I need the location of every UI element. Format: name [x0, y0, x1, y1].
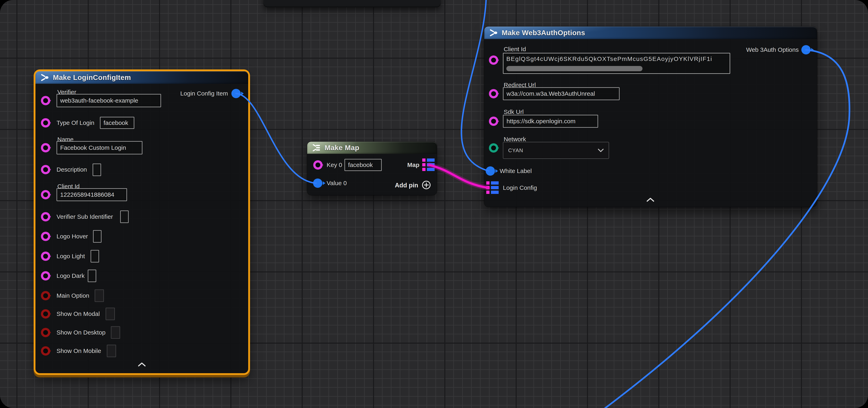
wire-map-to-login-config — [429, 165, 488, 188]
add-pin-button[interactable] — [422, 180, 431, 191]
input-pin-sdk-url[interactable] — [489, 116, 498, 126]
pin-label-sdk-url: Sdk Url — [504, 108, 524, 115]
horizontal-scrollbar[interactable] — [506, 66, 643, 71]
pin-label-login-config-item: Login Config Item — [180, 90, 228, 97]
chevron-up-icon — [646, 198, 654, 202]
pin-label-show-on-desktop: Show On Desktop — [57, 329, 105, 336]
pin-label-main-option: Main Option — [57, 292, 89, 299]
input-pin-login-config[interactable] — [486, 181, 499, 194]
blueprint-canvas[interactable]: Make LoginConfigItem Login Config Item V… — [0, 0, 868, 408]
logo-hover-input[interactable] — [93, 230, 101, 243]
input-pin-type-of-login[interactable] — [41, 118, 50, 128]
network-dropdown[interactable]: CYAN — [503, 142, 609, 159]
make-map-icon — [312, 143, 321, 152]
output-pin-login-config-item[interactable] — [231, 89, 241, 98]
input-pin-redirect-url[interactable] — [489, 89, 498, 98]
network-selected-value: CYAN — [508, 147, 523, 154]
type-of-login-input[interactable]: facebook — [100, 117, 134, 129]
verifier-sub-identifier-input[interactable] — [120, 210, 129, 223]
logo-dark-input[interactable] — [88, 270, 96, 282]
pin-label-logo-light: Logo Light — [57, 253, 85, 260]
input-pin-logo-dark[interactable] — [41, 271, 50, 280]
input-pin-network[interactable] — [489, 143, 498, 152]
sdk-url-input[interactable]: https://sdk.openlogin.com — [503, 115, 598, 128]
input-pin-show-on-modal[interactable] — [41, 309, 50, 318]
node-title: Make LoginConfigItem — [53, 73, 131, 81]
chevron-up-icon — [138, 362, 146, 367]
node-title: Make Map — [324, 144, 359, 152]
input-pin-value0[interactable] — [313, 178, 322, 188]
node-header[interactable]: Make Map — [307, 142, 437, 154]
input-pin-logo-light[interactable] — [41, 251, 50, 261]
input-pin-description[interactable] — [41, 165, 50, 174]
pin-label-show-on-modal: Show On Modal — [57, 310, 100, 317]
main-option-checkbox[interactable] — [95, 290, 104, 302]
input-pin-client-id[interactable] — [489, 56, 498, 65]
verifier-input[interactable]: web3auth-facebook-example — [57, 94, 161, 107]
client-id-input[interactable]: 1222658941886084 — [57, 188, 127, 201]
show-on-desktop-checkbox[interactable] — [111, 326, 120, 339]
wire-map-to-login-config-glow — [429, 165, 488, 188]
input-pin-show-on-mobile[interactable] — [41, 346, 50, 355]
output-pin-web3auth-options[interactable] — [801, 45, 811, 55]
logo-light-input[interactable] — [91, 250, 99, 263]
pin-label-value0: Value 0 — [327, 180, 347, 186]
pin-label-type-of-login: Type Of Login — [57, 120, 94, 126]
pin-label-key0: Key 0 — [327, 162, 342, 168]
pin-label-logo-hover: Logo Hover — [57, 233, 88, 240]
pin-label-map: Map — [407, 162, 420, 168]
pin-label-network: Network — [504, 136, 526, 143]
input-pin-logo-hover[interactable] — [41, 232, 50, 241]
pin-label-verifier-sub-identifier: Verifier Sub Identifier — [57, 213, 113, 220]
input-pin-verifier-sub-identifier[interactable] — [41, 212, 50, 222]
pin-label-web3auth-options: Web 3Auth Options — [746, 46, 799, 53]
input-pin-verifier[interactable] — [41, 96, 50, 105]
input-pin-client-id[interactable] — [41, 190, 50, 199]
pin-label-description: Description — [57, 166, 87, 173]
output-pin-map[interactable] — [422, 159, 435, 171]
input-pin-white-label[interactable] — [486, 166, 495, 176]
description-input[interactable] — [93, 164, 101, 176]
collapse-node-button[interactable] — [646, 198, 654, 203]
client-id-text[interactable]: BEglQSgt4cUWcj6SKRdu5QkOXTsePmMcusG5EAoy… — [506, 56, 727, 62]
node-title: Make Web3AuthOptions — [502, 29, 585, 37]
make-struct-icon — [40, 73, 49, 82]
input-pin-main-option[interactable] — [41, 291, 50, 300]
input-pin-show-on-desktop[interactable] — [41, 328, 50, 337]
pin-label-logo-dark: Logo Dark — [57, 272, 85, 279]
collapse-node-button[interactable] — [138, 362, 146, 367]
name-input[interactable]: Facebook Custom Login — [57, 141, 143, 155]
node-header[interactable]: Make Web3AuthOptions — [484, 27, 817, 39]
pin-label-white-label: White Label — [500, 168, 532, 174]
pin-label-login-config: Login Config — [503, 184, 537, 191]
pin-label-client-id: Client Id — [504, 46, 526, 53]
node-make-map[interactable]: Make Map Key 0 facebook Map Value 0 Add … — [307, 142, 437, 195]
circle-plus-icon — [422, 180, 431, 190]
show-on-mobile-checkbox[interactable] — [107, 345, 116, 357]
make-struct-icon — [489, 28, 498, 37]
input-pin-name[interactable] — [41, 143, 50, 152]
redirect-url-input[interactable]: w3a://com.w3a.Web3AuthUnreal — [503, 87, 620, 100]
node-make-loginconfigitem[interactable]: Make LoginConfigItem Login Config Item V… — [35, 71, 248, 373]
show-on-modal-checkbox[interactable] — [105, 308, 115, 320]
offscreen-node-bottom[interactable] — [264, 0, 441, 7]
input-pin-key0[interactable] — [313, 160, 322, 170]
blueprint-editor: Make LoginConfigItem Login Config Item V… — [0, 0, 868, 408]
key0-input[interactable]: facebook — [344, 159, 382, 171]
add-pin-button-label[interactable]: Add pin — [395, 182, 418, 189]
node-make-web3authoptions[interactable]: Make Web3AuthOptions Web 3Auth Options C… — [484, 27, 817, 207]
chevron-down-icon — [598, 148, 604, 152]
client-id-input[interactable]: BEglQSgt4cUWcj6SKRdu5QkOXTsePmMcusG5EAoy… — [503, 53, 730, 74]
pin-label-show-on-mobile: Show On Mobile — [57, 347, 101, 354]
node-header[interactable]: Make LoginConfigItem — [35, 71, 248, 84]
